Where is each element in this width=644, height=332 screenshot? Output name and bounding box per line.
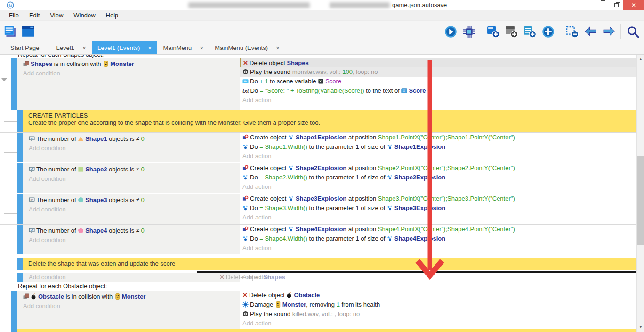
condition-collision[interactable]: Shapes is in collision with Monster <box>21 59 240 69</box>
add-condition-link[interactable]: Add condition <box>26 205 240 214</box>
toolbar <box>0 21 644 41</box>
event-shape-check: x?The number of Shape2 objects is ≠ 0 Ad… <box>0 163 636 194</box>
add-icon[interactable] <box>541 25 555 38</box>
action-create-explosion[interactable]: Create object Shape3Explosion at positio… <box>240 194 636 203</box>
play-icon[interactable] <box>444 25 457 38</box>
condition-object-count[interactable]: x?The number of Shape1 objects is ≠ 0 <box>26 134 240 144</box>
scrollbar-thumb[interactable] <box>637 156 644 245</box>
tab-close-icon[interactable]: × <box>200 44 203 52</box>
action-delete-shapes[interactable]: ✕Delete object Shapes <box>240 58 636 67</box>
menu-view[interactable]: View <box>45 12 68 19</box>
action-delete-obstacle[interactable]: ✕Delete object Obstacle <box>240 291 636 300</box>
add-action-link[interactable]: Add action <box>240 273 636 282</box>
event-selection-bar[interactable] <box>17 194 23 224</box>
add-action-link[interactable]: Add action <box>240 213 636 222</box>
particle-icon <box>242 235 249 242</box>
shape-icon <box>78 166 84 172</box>
particle-icon <box>387 174 393 180</box>
event-repeat-header[interactable]: Repeat for each Obstacle object: <box>18 282 107 291</box>
undo-icon[interactable] <box>584 25 597 38</box>
minimize-button[interactable] <box>596 0 610 10</box>
action-damage-monster[interactable]: Damage Monster, removing 1 from its heal… <box>240 300 636 309</box>
scroll-down-icon[interactable]: ▼ <box>637 324 644 331</box>
add-condition-link[interactable]: Add condition <box>21 301 240 311</box>
comment-create-particles[interactable]: CREATE PARTICLES Create the proper one a… <box>0 110 636 132</box>
object-count-icon: x? <box>29 197 35 203</box>
action-set-size[interactable]: Do = Shape4.Width() to the parameter 1 o… <box>240 234 636 243</box>
scroll-up-icon[interactable]: ▲ <box>637 56 644 63</box>
svg-text:G: G <box>8 3 12 8</box>
comment-delete-shape[interactable]: Delete the shape that was eaten and upda… <box>0 258 636 270</box>
action-set-size[interactable]: Do = Shape3.Width() to the parameter 1 o… <box>240 203 636 213</box>
tab-start-page[interactable]: Start Page <box>5 41 45 54</box>
speaker-icon <box>242 69 249 75</box>
text-object-icon: T <box>401 88 407 94</box>
event-shape-check: x?The number of Shape4 objects is ≠ 0 Ad… <box>0 224 636 255</box>
add-action-link[interactable]: Add action <box>240 243 636 253</box>
action-create-explosion[interactable]: Create object Shape4Explosion at positio… <box>240 225 636 234</box>
tab-level1[interactable]: Level1× <box>50 41 92 54</box>
menu-help[interactable]: Help <box>101 12 124 19</box>
bomb-icon <box>286 292 292 298</box>
tab-level1-events[interactable]: Level1 (Events)× <box>92 41 158 54</box>
action-create-explosion[interactable]: Create object Shape2Explosion at positio… <box>240 163 636 173</box>
condition-object-count[interactable]: x?The number of Shape3 objects is ≠ 0 <box>26 195 240 205</box>
action-play-sound[interactable]: Play the sound killed.wav, vol.: , loop:… <box>240 309 636 319</box>
event-selection-bar[interactable] <box>11 291 17 329</box>
add-condition-link[interactable]: Add condition <box>26 174 240 184</box>
event-selection-bar[interactable] <box>17 163 23 193</box>
action-scene-variable[interactable]: VarDo + 1 to scene variable Score <box>240 77 636 86</box>
comment-title: CREATE PARTICLES <box>28 112 636 119</box>
event-selection-bar[interactable] <box>17 273 23 282</box>
tab-close-icon[interactable]: × <box>276 44 280 52</box>
add-condition-link[interactable]: Add condition <box>26 273 240 282</box>
add-comment-icon[interactable] <box>523 25 536 38</box>
delete-selection-icon[interactable] <box>565 25 579 38</box>
condition-object-count[interactable]: x?The number of Shape2 objects is ≠ 0 <box>26 165 240 174</box>
create-object-icon <box>242 134 249 140</box>
scene-editor-icon[interactable] <box>22 25 35 38</box>
gdevelop-window: G game.json.autosave ✕ File Edit View Wi… <box>0 0 644 332</box>
menu-edit[interactable]: Edit <box>24 12 45 19</box>
add-action-link[interactable]: Add action <box>240 182 636 192</box>
action-play-sound[interactable]: Play the sound monster.wav, vol.: 100, l… <box>240 67 636 77</box>
tab-close-icon[interactable]: × <box>148 44 152 52</box>
event-selection-bar[interactable] <box>17 258 23 270</box>
add-action-link[interactable]: Add action <box>240 319 636 328</box>
conditions-cell: Add condition <box>23 273 240 282</box>
tab-close-icon[interactable]: × <box>82 44 86 52</box>
action-set-size[interactable]: Do = Shape2.Width() to the parameter 1 o… <box>240 173 636 182</box>
create-object-icon <box>242 226 249 232</box>
tab-mainmenu[interactable]: MainMenu× <box>157 41 209 54</box>
close-button[interactable]: ✕ <box>623 0 644 10</box>
redo-icon[interactable] <box>602 25 615 38</box>
add-action-link[interactable]: Add action <box>240 152 636 161</box>
menu-file[interactable]: File <box>4 12 24 19</box>
object-count-icon: x? <box>29 227 35 234</box>
action-set-size[interactable]: Do = Shape1.Width() to the parameter 1 o… <box>240 142 636 152</box>
event-selection-bar[interactable] <box>17 133 23 162</box>
condition-object-count[interactable]: x?The number of Shape4 objects is ≠ 0 <box>26 226 240 235</box>
add-condition-link[interactable]: Add condition <box>21 69 240 78</box>
window-title: game.json.autosave <box>392 1 447 8</box>
event-selection-bar[interactable] <box>17 110 23 132</box>
add-condition-link[interactable]: Add condition <box>26 235 240 245</box>
condition-collision[interactable]: Obstacle is in collision with Monster <box>21 292 240 301</box>
window-controls: ✕ <box>596 0 644 10</box>
add-action-link[interactable]: Add action <box>240 96 636 105</box>
add-sub-event-icon[interactable] <box>505 25 518 38</box>
project-manager-icon[interactable] <box>4 25 17 38</box>
restore-button[interactable] <box>610 0 623 10</box>
action-create-explosion[interactable]: Create object Shape1Explosion at positio… <box>240 133 636 142</box>
action-set-text[interactable]: txtDo = "Score: " + ToString(Variable(Sc… <box>240 86 636 96</box>
event-selection-bar <box>11 329 17 332</box>
event-selection-bar[interactable] <box>11 58 17 110</box>
tab-mainmenu-events[interactable]: MainMenu (Events)× <box>209 41 285 54</box>
add-event-icon[interactable] <box>486 25 499 38</box>
debug-icon[interactable] <box>462 25 475 38</box>
event-selection-bar[interactable] <box>17 225 23 254</box>
search-icon[interactable] <box>626 25 639 38</box>
menu-window[interactable]: Window <box>68 12 100 19</box>
event-shape-check: x?The number of Shape1 objects is ≠ 0 Ad… <box>0 132 636 163</box>
add-condition-link[interactable]: Add condition <box>26 144 240 153</box>
